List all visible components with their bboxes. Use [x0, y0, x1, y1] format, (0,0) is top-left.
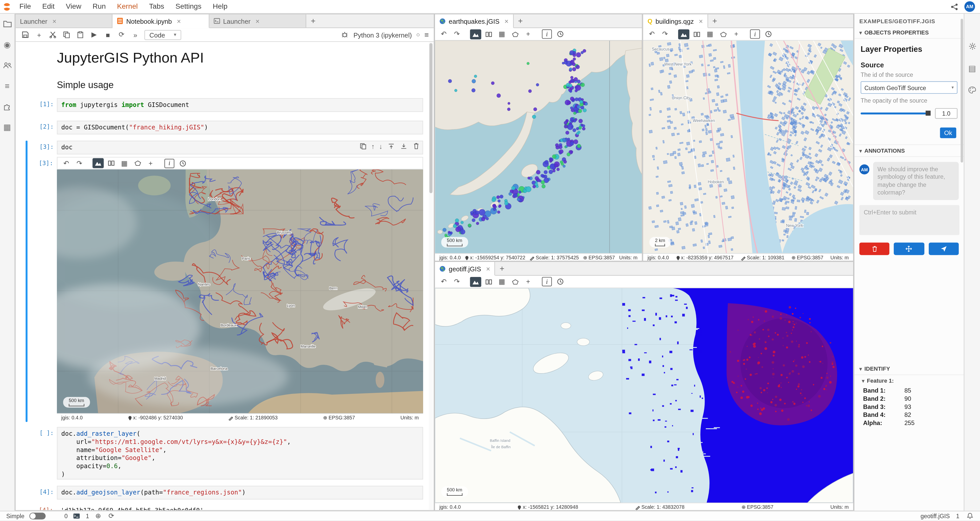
- close-icon[interactable]: ×: [699, 17, 703, 24]
- debugger-icon[interactable]: [340, 30, 349, 40]
- copy-icon[interactable]: [62, 30, 71, 40]
- move-cell-up-icon[interactable]: ↑: [371, 142, 375, 150]
- current-document-label[interactable]: geotiff.jGIS: [921, 513, 950, 519]
- basemap-icon[interactable]: [92, 158, 103, 168]
- notebook-scrollbar[interactable]: [429, 42, 433, 511]
- section-objects-properties[interactable]: ▾OBJECTS PROPERTIES: [854, 27, 964, 39]
- ok-button[interactable]: Ok: [940, 127, 956, 139]
- tab-earthquakes[interactable]: earthquakes.jGIS×: [435, 14, 514, 28]
- sessions-strip-icon[interactable]: ▤: [967, 63, 977, 73]
- menu-item-settings[interactable]: Settings: [170, 0, 207, 13]
- paste-icon[interactable]: [76, 30, 85, 40]
- polygon-tool-icon[interactable]: [509, 29, 520, 39]
- layers-icon[interactable]: [691, 29, 703, 39]
- kernel-name[interactable]: Python 3 (ipykernel): [353, 31, 412, 38]
- close-icon[interactable]: ×: [52, 17, 56, 24]
- undo-icon[interactable]: ↶: [61, 158, 72, 168]
- section-identify[interactable]: ▾IDENTIFY: [854, 363, 964, 375]
- undo-icon[interactable]: ↶: [438, 277, 449, 287]
- notification-count[interactable]: 1: [956, 513, 959, 519]
- tab-buildings[interactable]: Q buildings.qgz×: [643, 14, 708, 28]
- duplicate-cell-icon[interactable]: [359, 142, 367, 150]
- cut-icon[interactable]: [48, 30, 58, 40]
- kernels-count[interactable]: 1: [86, 513, 89, 519]
- new-tab-button[interactable]: +: [514, 14, 527, 27]
- temporal-controller-icon[interactable]: [177, 158, 188, 168]
- globe-status-icon[interactable]: ⊕: [94, 512, 102, 520]
- code-cell-5[interactable]: [4]:doc.add_geojson_layer(path="france_r…: [57, 486, 423, 500]
- collaboration-icon[interactable]: [2, 60, 12, 70]
- bell-icon[interactable]: [966, 512, 974, 520]
- grid-icon[interactable]: ▦: [496, 277, 508, 287]
- close-icon[interactable]: ×: [486, 265, 490, 272]
- new-tab-button[interactable]: +: [306, 14, 320, 27]
- identify-icon[interactable]: i: [541, 29, 552, 39]
- share-icon[interactable]: [950, 3, 958, 11]
- run-icon[interactable]: ▶: [89, 30, 99, 40]
- layers-icon[interactable]: [106, 158, 117, 168]
- redo-icon[interactable]: ↷: [659, 29, 671, 39]
- save-icon[interactable]: [21, 30, 30, 40]
- tab-launcher-1[interactable]: Launcher×: [16, 14, 113, 27]
- insert-cell-above-icon[interactable]: [387, 142, 395, 150]
- menu-item-help[interactable]: Help: [207, 0, 233, 13]
- redo-icon[interactable]: ↷: [74, 158, 85, 168]
- basemap-icon[interactable]: [470, 277, 481, 287]
- tab-launcher-2[interactable]: Launcher×: [209, 14, 306, 27]
- property-inspector-icon[interactable]: [967, 41, 977, 51]
- temporal-controller-icon[interactable]: [762, 29, 774, 39]
- close-icon[interactable]: ×: [177, 17, 181, 24]
- table-of-contents-icon[interactable]: ≡: [2, 81, 12, 91]
- move-annotation-button[interactable]: [894, 243, 924, 255]
- undo-icon[interactable]: ↶: [646, 29, 657, 39]
- running-sessions-icon[interactable]: ◉: [2, 39, 12, 49]
- stop-icon[interactable]: ■: [103, 30, 113, 40]
- cell-type-dropdown[interactable]: Code▾: [145, 30, 181, 40]
- menu-item-run[interactable]: Run: [87, 0, 111, 13]
- identify-icon[interactable]: i: [541, 277, 552, 287]
- polygon-tool-icon[interactable]: [718, 29, 729, 39]
- buildings-map-canvas[interactable]: SecaucusWest New YorkUnion CityWeehawken…: [643, 41, 853, 253]
- menu-item-kernel[interactable]: Kernel: [111, 0, 143, 13]
- close-icon[interactable]: ×: [504, 17, 509, 24]
- temporal-controller-icon[interactable]: [554, 277, 566, 287]
- file-browser-icon[interactable]: [2, 19, 12, 29]
- restart-run-all-icon[interactable]: »: [130, 30, 140, 40]
- code-cell-1[interactable]: [1]:from jupytergis import GISDocument: [57, 98, 423, 112]
- code-cell-4[interactable]: [ ]:doc.add_raster_layer( url="https://m…: [57, 427, 423, 480]
- notebook-content[interactable]: JupyterGIS Python API Simple usage [1]:f…: [16, 42, 430, 511]
- menu-item-edit[interactable]: Edit: [37, 0, 60, 13]
- redo-icon[interactable]: ↷: [451, 277, 463, 287]
- layers-icon[interactable]: [483, 29, 494, 39]
- undo-icon[interactable]: ↶: [438, 29, 449, 39]
- right-panel-scrollbar[interactable]: [961, 19, 963, 163]
- delete-annotation-button[interactable]: [859, 243, 889, 255]
- delete-cell-icon[interactable]: [412, 142, 420, 150]
- opacity-slider[interactable]: [861, 113, 930, 114]
- grid-icon[interactable]: ▦: [119, 158, 130, 168]
- code-cell-3-active[interactable]: [3]:doc ↑ ↓: [57, 141, 423, 155]
- notebook-menu-icon[interactable]: ≡: [425, 30, 429, 39]
- source-select[interactable]: Custom GeoTiff Source ▾: [861, 81, 958, 94]
- menu-item-file[interactable]: File: [14, 0, 37, 13]
- polygon-tool-icon[interactable]: [132, 158, 143, 168]
- annotation-input[interactable]: [859, 205, 959, 235]
- menu-item-tabs[interactable]: Tabs: [143, 0, 170, 13]
- code-cell-2[interactable]: [2]:doc = GISDocument("france_hiking.jGI…: [57, 121, 423, 134]
- restart-kernel-icon[interactable]: ⟳: [117, 30, 126, 40]
- terminals-count[interactable]: 0: [64, 513, 68, 519]
- insert-cell-icon[interactable]: +: [35, 30, 44, 40]
- new-tab-button[interactable]: +: [495, 262, 509, 275]
- submit-annotation-button[interactable]: [928, 243, 959, 255]
- tab-notebook[interactable]: Notebook.ipynb×: [113, 14, 210, 28]
- france-map-canvas[interactable]: LondonParisBrusselsNantesBordeauxLyonBer…: [57, 169, 423, 413]
- feature-1-header[interactable]: ▾Feature 1:: [854, 375, 964, 386]
- user-avatar[interactable]: AM: [964, 1, 975, 12]
- geotiff-map-canvas[interactable]: Baffin IslandÎle de Baffin 500 km: [435, 288, 853, 503]
- menu-item-view[interactable]: View: [60, 0, 87, 13]
- basemap-icon[interactable]: [678, 29, 689, 39]
- layers-icon[interactable]: [483, 277, 494, 287]
- polygon-tool-icon[interactable]: [509, 277, 520, 287]
- kernels-panel-icon[interactable]: ▦: [2, 122, 12, 132]
- earthquakes-map-canvas[interactable]: 500 km: [435, 41, 642, 253]
